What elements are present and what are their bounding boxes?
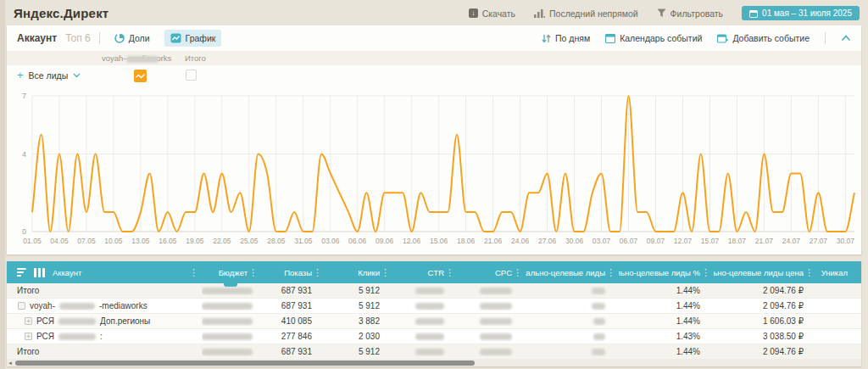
add-event-button[interactable]: Добавить событие — [717, 33, 810, 43]
column-header-10[interactable]: Уникал — [817, 261, 861, 283]
column-menu-icon[interactable]: ⋮ — [701, 267, 710, 278]
group-by-days-label: По дням — [555, 33, 590, 43]
table-cell: 687 931 — [261, 347, 326, 356]
table-cell: 2 094.76 ₽ — [714, 301, 817, 310]
table-cell — [202, 286, 261, 295]
series-line — [32, 96, 854, 232]
column-menu-icon[interactable]: ⋮ — [804, 267, 814, 278]
bar-chart-icon — [534, 8, 545, 18]
table-cell: 1.44% — [619, 347, 714, 356]
filter-button[interactable]: Фильтровать — [657, 8, 723, 19]
column-menu-icon[interactable]: ⋮ — [606, 267, 615, 278]
table-cell — [526, 301, 619, 310]
row-label-text: РСЯ — [36, 316, 54, 326]
svg-text:31.05: 31.05 — [294, 237, 313, 245]
column-menu-icon[interactable]: ⋮ — [189, 267, 198, 278]
table-row-account[interactable]: voyah--mediaworks687 9315 9121.44%2 094.… — [7, 299, 861, 314]
row-label-text: Итого — [17, 286, 39, 295]
table-row-campaign[interactable]: +РСЯДоп.регионы410 0853 8821.44%1 606.03… — [7, 314, 861, 329]
expand-plus-icon[interactable]: + — [25, 333, 32, 340]
redacted-value — [202, 288, 253, 294]
column-header-1[interactable]: Аккаунт⋮ — [7, 261, 202, 283]
tab-shares[interactable]: Доли — [108, 30, 156, 47]
add-metric-icon[interactable]: + — [17, 71, 24, 80]
table-row-total[interactable]: Итого687 9315 9121.44%2 094.76 ₽ — [7, 344, 861, 360]
column-header-5[interactable]: CTR⋮ — [393, 261, 458, 283]
chart-panel: Аккаунт Топ 6 Доли График — [7, 25, 861, 254]
tab-shares-label: Доли — [129, 33, 150, 43]
table-cell — [202, 332, 261, 341]
svg-text:25.05: 25.05 — [240, 237, 259, 245]
date-range-button[interactable]: 01 мая – 31 июля 2025 — [742, 6, 860, 20]
svg-text:16.05: 16.05 — [159, 237, 177, 245]
table-cell — [393, 301, 458, 310]
svg-text:18.07: 18.07 — [728, 237, 747, 245]
horizontal-scrollbar[interactable]: ◄ — [7, 360, 861, 366]
column-header-8[interactable]: Уникально-целевые лиды %⋮ — [619, 261, 714, 283]
download-button[interactable]: ↓ Скачать — [469, 8, 515, 19]
table-cell: 5 912 — [326, 301, 393, 310]
column-menu-icon[interactable]: ⋮ — [248, 267, 258, 278]
table-cell: 687 931 — [261, 301, 326, 310]
svg-text:27.06: 27.06 — [538, 237, 557, 245]
table-cell — [526, 316, 619, 326]
column-menu-icon[interactable]: ⋮ — [381, 267, 390, 278]
tab-graph[interactable]: График — [164, 30, 222, 47]
svg-text:21.06: 21.06 — [484, 237, 503, 245]
svg-text:27.07: 27.07 — [810, 237, 828, 245]
redacted-value — [593, 318, 605, 325]
metric-selector[interactable]: + Все лиды — [17, 70, 81, 81]
svg-text:03.07: 03.07 — [593, 237, 611, 245]
table-row-total[interactable]: Итого687 9315 9121.44%2 094.76 ₽ — [7, 283, 861, 299]
page-left-margin-strip — [0, 0, 5, 369]
row-checkbox[interactable] — [18, 302, 25, 310]
svg-text:15.07: 15.07 — [701, 237, 720, 245]
filter-icon — [657, 8, 666, 18]
row-label-text: : — [100, 332, 103, 341]
row-label-cell: Итого — [7, 286, 202, 295]
redacted-value — [58, 318, 96, 325]
table-cell — [526, 332, 619, 341]
columns-icon[interactable] — [34, 268, 45, 277]
table-cell — [202, 347, 261, 356]
group-by-days-button[interactable]: По дням — [542, 33, 590, 43]
attribution-model-button[interactable]: Последний непрямой — [534, 8, 638, 19]
column-header-7[interactable]: Уникально-целевые лиды⋮ — [526, 261, 619, 283]
table-cell: 1.44% — [619, 286, 714, 295]
column-header-4[interactable]: Клики⋮ — [326, 261, 393, 283]
column-menu-icon[interactable]: ⋮ — [513, 267, 522, 278]
table-menu-icon[interactable] — [17, 266, 26, 278]
metric-selector-label: Все лиды — [29, 70, 69, 81]
column-header-6[interactable]: CPC⋮ — [458, 261, 526, 283]
column-menu-icon[interactable]: ⋮ — [445, 267, 454, 278]
table-cell: 1.43% — [619, 332, 714, 341]
top-bar: Яндекс.Директ ↓ Скачать Последний непрям… — [0, 0, 868, 24]
svg-text:24.06: 24.06 — [511, 237, 530, 245]
events-calendar-button[interactable]: Календарь событий — [605, 33, 702, 43]
divider — [99, 32, 100, 44]
collapse-chevron-icon[interactable] — [841, 35, 851, 42]
redacted-value — [58, 333, 96, 340]
column-header-3[interactable]: Показы⋮ — [261, 261, 326, 283]
download-icon: ↓ — [469, 8, 478, 18]
scroll-left-arrow-icon[interactable]: ◄ — [8, 361, 13, 366]
redacted-value — [415, 318, 444, 325]
redacted-value — [480, 349, 512, 355]
table-cell — [393, 316, 458, 326]
table-cell — [202, 301, 261, 310]
column-header-9[interactable]: Уникально-целевые лиды цена⋮ — [714, 261, 817, 283]
redacted-value — [480, 303, 512, 310]
table-row-campaign[interactable]: +РСЯ:277 8462 0301.43%3 038.50 ₽ — [7, 329, 861, 344]
redacted-value — [592, 288, 605, 294]
table-cell: 410 085 — [261, 316, 326, 326]
column-label: Аккаунт — [53, 268, 81, 277]
series-toggle-account[interactable] — [134, 70, 147, 82]
series-toggle-total[interactable] — [186, 70, 197, 81]
table-cell: 277 846 — [261, 332, 326, 341]
column-menu-icon[interactable]: ⋮ — [313, 267, 322, 278]
svg-text:28.05: 28.05 — [267, 237, 286, 245]
add-event-label: Добавить событие — [732, 33, 810, 43]
scrollbar-thumb[interactable] — [15, 361, 475, 366]
column-header-2[interactable]: Бюджет⋮ — [202, 261, 261, 283]
expand-plus-icon[interactable]: + — [25, 317, 32, 325]
